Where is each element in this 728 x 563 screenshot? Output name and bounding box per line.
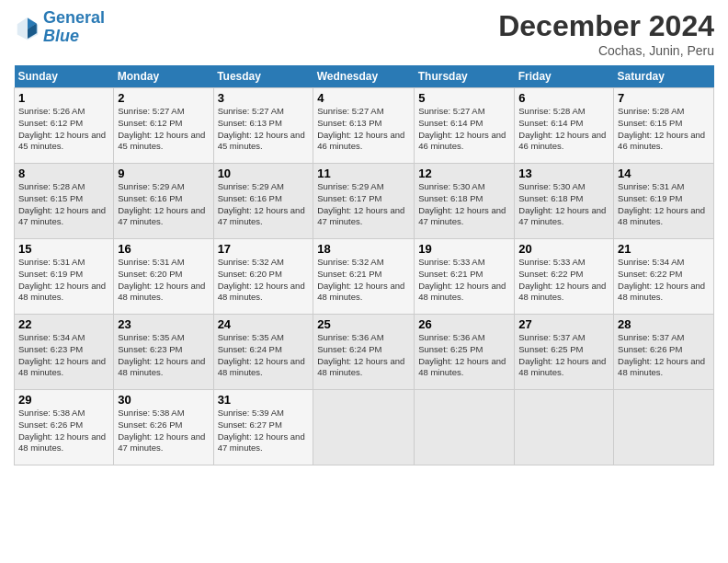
calendar-cell: 15Sunrise: 5:31 AMSunset: 6:19 PMDayligh… [15, 239, 114, 315]
day-number: 6 [518, 91, 609, 105]
day-number: 10 [218, 167, 310, 180]
calendar-cell: 14Sunrise: 5:31 AMSunset: 6:19 PMDayligh… [614, 164, 714, 239]
calendar-cell: 17Sunrise: 5:32 AMSunset: 6:20 PMDayligh… [213, 239, 313, 315]
day-number: 11 [317, 167, 410, 180]
calendar-cell: 6Sunrise: 5:28 AMSunset: 6:14 PMDaylight… [515, 88, 614, 164]
day-number: 25 [317, 317, 410, 331]
day-number: 26 [418, 317, 510, 331]
day-details: Sunrise: 5:36 AMSunset: 6:24 PMDaylight:… [317, 332, 410, 379]
day-number: 7 [618, 91, 710, 105]
day-number: 28 [618, 317, 710, 331]
calendar-cell: 13Sunrise: 5:30 AMSunset: 6:18 PMDayligh… [515, 164, 614, 239]
calendar-cell: 3Sunrise: 5:27 AMSunset: 6:13 PMDaylight… [213, 88, 313, 164]
day-details: Sunrise: 5:33 AMSunset: 6:21 PMDaylight:… [418, 257, 510, 304]
day-number: 3 [218, 91, 310, 105]
calendar-cell: 22Sunrise: 5:34 AMSunset: 6:23 PMDayligh… [15, 315, 114, 390]
calendar-cell: 18Sunrise: 5:32 AMSunset: 6:21 PMDayligh… [313, 239, 415, 315]
logo: General Blue [14, 9, 105, 46]
day-number: 16 [118, 242, 209, 256]
day-details: Sunrise: 5:29 AMSunset: 6:17 PMDaylight:… [317, 181, 410, 228]
day-details: Sunrise: 5:36 AMSunset: 6:25 PMDaylight:… [418, 332, 510, 379]
day-details: Sunrise: 5:30 AMSunset: 6:18 PMDaylight:… [418, 181, 510, 228]
calendar-cell: 28Sunrise: 5:37 AMSunset: 6:26 PMDayligh… [614, 315, 714, 390]
day-number: 18 [317, 242, 410, 256]
day-number: 5 [418, 91, 510, 105]
day-number: 1 [18, 91, 109, 105]
calendar-cell: 19Sunrise: 5:33 AMSunset: 6:21 PMDayligh… [415, 239, 515, 315]
day-details: Sunrise: 5:31 AMSunset: 6:19 PMDaylight:… [618, 181, 710, 228]
main-container: General Blue December 2024 Cochas, Junin… [0, 0, 728, 475]
day-number: 12 [418, 167, 510, 180]
day-details: Sunrise: 5:30 AMSunset: 6:18 PMDaylight:… [518, 181, 609, 228]
calendar-cell: 2Sunrise: 5:27 AMSunset: 6:12 PMDaylight… [114, 88, 213, 164]
col-thursday: Thursday [415, 65, 515, 88]
calendar-cell: 10Sunrise: 5:29 AMSunset: 6:16 PMDayligh… [213, 164, 313, 239]
day-details: Sunrise: 5:27 AMSunset: 6:13 PMDaylight:… [317, 106, 410, 153]
col-monday: Monday [114, 65, 213, 88]
calendar-table: Sunday Monday Tuesday Wednesday Thursday… [14, 65, 714, 465]
calendar-cell: 9Sunrise: 5:29 AMSunset: 6:16 PMDaylight… [114, 164, 213, 239]
day-details: Sunrise: 5:27 AMSunset: 6:14 PMDaylight:… [418, 106, 510, 153]
logo-icon [14, 14, 41, 41]
day-details: Sunrise: 5:27 AMSunset: 6:13 PMDaylight:… [218, 106, 310, 153]
day-details: Sunrise: 5:35 AMSunset: 6:24 PMDaylight:… [218, 332, 310, 379]
day-details: Sunrise: 5:32 AMSunset: 6:20 PMDaylight:… [218, 257, 310, 304]
day-details: Sunrise: 5:28 AMSunset: 6:14 PMDaylight:… [518, 106, 609, 153]
day-number: 24 [218, 317, 310, 331]
calendar-cell: 1Sunrise: 5:26 AMSunset: 6:12 PMDaylight… [15, 88, 114, 164]
day-details: Sunrise: 5:37 AMSunset: 6:26 PMDaylight:… [618, 332, 710, 379]
day-number: 19 [418, 242, 510, 256]
day-number: 20 [518, 242, 609, 256]
day-number: 29 [18, 393, 109, 407]
day-number: 13 [518, 167, 609, 180]
day-details: Sunrise: 5:31 AMSunset: 6:20 PMDaylight:… [118, 257, 209, 304]
calendar-cell: 11Sunrise: 5:29 AMSunset: 6:17 PMDayligh… [313, 164, 415, 239]
day-details: Sunrise: 5:28 AMSunset: 6:15 PMDaylight:… [618, 106, 710, 153]
calendar-cell: 23Sunrise: 5:35 AMSunset: 6:23 PMDayligh… [114, 315, 213, 390]
day-number: 30 [118, 393, 209, 407]
col-friday: Friday [515, 65, 614, 88]
calendar-cell: 20Sunrise: 5:33 AMSunset: 6:22 PMDayligh… [515, 239, 614, 315]
day-details: Sunrise: 5:34 AMSunset: 6:22 PMDaylight:… [618, 257, 710, 304]
calendar-cell [614, 390, 714, 465]
calendar-week-1: 1Sunrise: 5:26 AMSunset: 6:12 PMDaylight… [15, 88, 714, 164]
title-block: December 2024 Cochas, Junin, Peru [498, 9, 714, 58]
calendar-cell [515, 390, 614, 465]
day-details: Sunrise: 5:32 AMSunset: 6:21 PMDaylight:… [317, 257, 410, 304]
day-details: Sunrise: 5:28 AMSunset: 6:15 PMDaylight:… [18, 181, 109, 228]
day-details: Sunrise: 5:31 AMSunset: 6:19 PMDaylight:… [18, 257, 109, 304]
calendar-cell: 12Sunrise: 5:30 AMSunset: 6:18 PMDayligh… [415, 164, 515, 239]
header-row: Sunday Monday Tuesday Wednesday Thursday… [15, 65, 714, 88]
day-number: 2 [118, 91, 209, 105]
day-details: Sunrise: 5:39 AMSunset: 6:27 PMDaylight:… [218, 408, 310, 454]
calendar-cell [313, 390, 415, 465]
calendar-week-3: 15Sunrise: 5:31 AMSunset: 6:19 PMDayligh… [15, 239, 714, 315]
day-details: Sunrise: 5:38 AMSunset: 6:26 PMDaylight:… [18, 408, 109, 454]
day-details: Sunrise: 5:26 AMSunset: 6:12 PMDaylight:… [18, 106, 109, 153]
day-details: Sunrise: 5:33 AMSunset: 6:22 PMDaylight:… [518, 257, 609, 304]
col-tuesday: Tuesday [213, 65, 313, 88]
calendar-body: 1Sunrise: 5:26 AMSunset: 6:12 PMDaylight… [15, 88, 714, 465]
calendar-cell: 25Sunrise: 5:36 AMSunset: 6:24 PMDayligh… [313, 315, 415, 390]
day-number: 8 [18, 167, 109, 180]
calendar-week-4: 22Sunrise: 5:34 AMSunset: 6:23 PMDayligh… [15, 315, 714, 390]
calendar-cell: 27Sunrise: 5:37 AMSunset: 6:25 PMDayligh… [515, 315, 614, 390]
calendar-cell: 30Sunrise: 5:38 AMSunset: 6:26 PMDayligh… [114, 390, 213, 465]
day-details: Sunrise: 5:34 AMSunset: 6:23 PMDaylight:… [18, 332, 109, 379]
calendar-cell: 5Sunrise: 5:27 AMSunset: 6:14 PMDaylight… [415, 88, 515, 164]
day-details: Sunrise: 5:29 AMSunset: 6:16 PMDaylight:… [218, 181, 310, 228]
month-title: December 2024 [498, 9, 714, 43]
day-number: 9 [118, 167, 209, 180]
day-details: Sunrise: 5:35 AMSunset: 6:23 PMDaylight:… [118, 332, 209, 379]
day-details: Sunrise: 5:29 AMSunset: 6:16 PMDaylight:… [118, 181, 209, 228]
day-number: 15 [18, 242, 109, 256]
calendar-cell: 21Sunrise: 5:34 AMSunset: 6:22 PMDayligh… [614, 239, 714, 315]
calendar-cell: 4Sunrise: 5:27 AMSunset: 6:13 PMDaylight… [313, 88, 415, 164]
day-number: 4 [317, 91, 410, 105]
day-details: Sunrise: 5:38 AMSunset: 6:26 PMDaylight:… [118, 408, 209, 454]
calendar-week-2: 8Sunrise: 5:28 AMSunset: 6:15 PMDaylight… [15, 164, 714, 239]
logo-text: General Blue [43, 9, 105, 46]
day-details: Sunrise: 5:27 AMSunset: 6:12 PMDaylight:… [118, 106, 209, 153]
calendar-cell: 16Sunrise: 5:31 AMSunset: 6:20 PMDayligh… [114, 239, 213, 315]
day-number: 27 [518, 317, 609, 331]
